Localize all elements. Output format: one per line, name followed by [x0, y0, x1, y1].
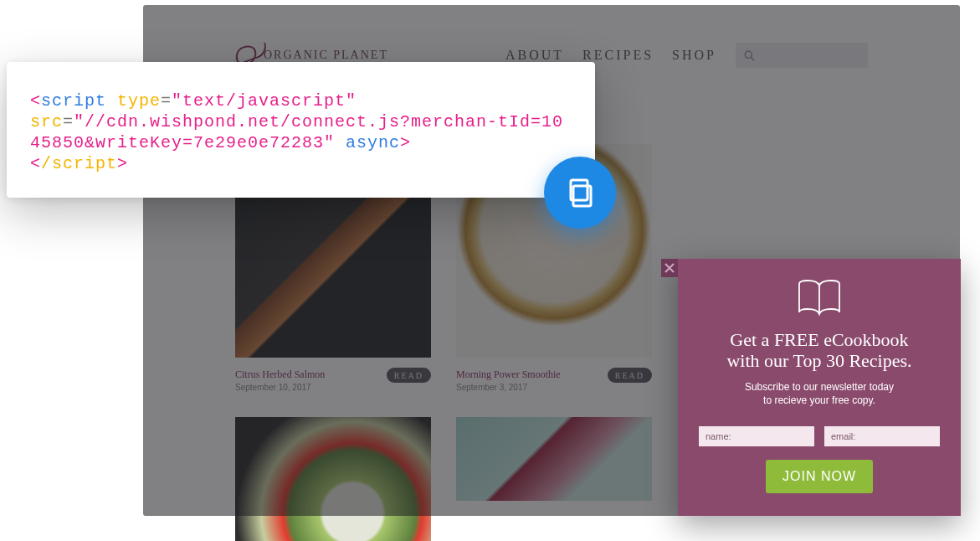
newsletter-popup: Get a FREE eCookbook with our Top 30 Rec… — [678, 259, 961, 516]
copy-icon — [563, 176, 597, 209]
popup-subtitle: Subscribe to our newsletter today to rec… — [696, 380, 942, 409]
popup-close-button[interactable] — [661, 259, 678, 277]
copy-code-button[interactable] — [544, 157, 616, 229]
main-nav: ABOUT RECIPES SHOP — [505, 48, 716, 63]
read-button[interactable]: READ — [608, 368, 652, 383]
popup-form — [696, 426, 942, 446]
recipe-title: Morning Power Smoothie — [456, 368, 561, 381]
recipe-date: September 3, 2017 — [456, 383, 561, 392]
book-icon — [696, 279, 942, 321]
svg-point-0 — [745, 51, 752, 58]
recipe-date: September 10, 2017 — [235, 383, 325, 392]
join-now-button[interactable]: JOIN NOW — [766, 460, 873, 493]
name-input[interactable] — [699, 426, 814, 446]
embed-code-panel: <script type="text/javascript" src="//cd… — [7, 62, 595, 198]
recipe-card[interactable] — [235, 417, 431, 541]
read-button[interactable]: READ — [387, 368, 431, 383]
svg-line-1 — [751, 57, 754, 60]
nav-recipes[interactable]: RECIPES — [582, 48, 654, 63]
close-icon — [664, 263, 675, 273]
recipe-image — [235, 417, 431, 541]
recipe-image — [456, 417, 652, 501]
search-icon — [744, 50, 755, 61]
embed-code-snippet[interactable]: <script type="text/javascript" src="//cd… — [30, 90, 572, 174]
search-input[interactable] — [736, 43, 868, 68]
recipe-card[interactable] — [456, 417, 652, 541]
recipe-title: Citrus Herbed Salmon — [235, 368, 325, 381]
nav-about[interactable]: ABOUT — [505, 48, 564, 63]
logo-text: ORGANIC PLANET — [264, 49, 388, 62]
nav-shop[interactable]: SHOP — [672, 48, 716, 63]
popup-title: Get a FREE eCookbook with our Top 30 Rec… — [696, 329, 942, 372]
email-input[interactable] — [824, 426, 940, 446]
